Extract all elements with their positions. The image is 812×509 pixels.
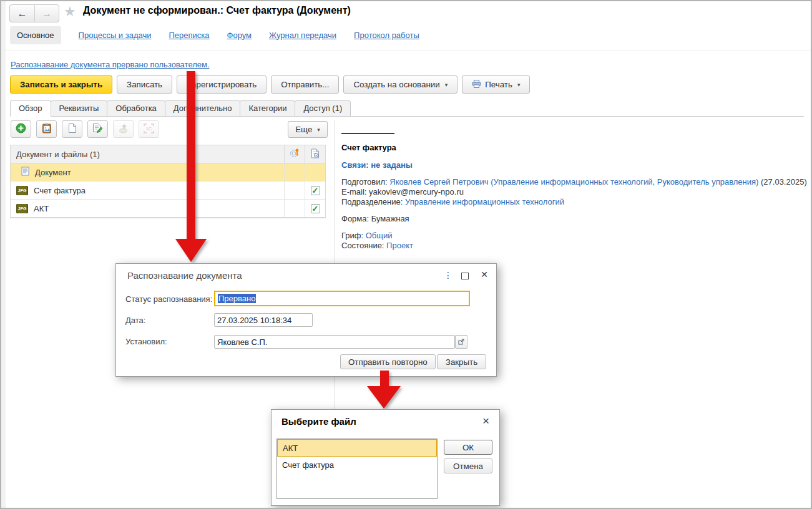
- resend-button[interactable]: Отправить повторно: [340, 354, 436, 369]
- dialog-title: Выберите файл: [281, 416, 356, 427]
- tab-requisites[interactable]: Реквизиты: [51, 100, 108, 117]
- ok-button[interactable]: ОК: [444, 440, 492, 455]
- nav-link-work-protocol[interactable]: Протокол работы: [354, 31, 419, 40]
- send-button[interactable]: Отправить...: [271, 75, 339, 94]
- prepared-label: Подготовил:: [341, 177, 388, 187]
- create-file-button[interactable]: [62, 120, 82, 138]
- app-window: ← → ★ Документ не сформирован.: Счет фак…: [0, 0, 812, 509]
- nav-link-processes[interactable]: Процессы и задачи: [79, 31, 152, 40]
- section-nav: Основное Процессы и задачи Переписка Фор…: [10, 25, 419, 45]
- save-and-close-button[interactable]: Записать и закрыть: [10, 75, 112, 94]
- tab-access[interactable]: Доступ (1): [295, 100, 351, 117]
- create-based-on-button[interactable]: Создать на основании ▾: [343, 75, 457, 94]
- table-row-invoice[interactable]: JPG Счет фактура ✓: [11, 182, 325, 200]
- file-select-dialog: Выберите файл × АКТ Счет фактура ОК Отме…: [271, 409, 500, 506]
- table-row-document[interactable]: Документ: [11, 163, 325, 182]
- chevron-down-icon: ▾: [517, 82, 521, 88]
- tab-main[interactable]: Основное: [10, 26, 61, 44]
- print-label: Печать: [485, 80, 512, 89]
- files-table: Документ и файлы (1) Документ JPG Счет ф…: [10, 145, 326, 218]
- paste-from-clipboard-button[interactable]: [36, 120, 57, 138]
- back-button[interactable]: ←: [10, 5, 34, 22]
- recognition-dialog: Распознавание документа ⋮ × Статус распо…: [115, 263, 497, 377]
- forward-icon: →: [42, 8, 52, 19]
- relations-link[interactable]: Связи: не заданы: [341, 160, 413, 170]
- tab-processing[interactable]: Обработка: [107, 100, 165, 117]
- tab-overview[interactable]: Обзор: [10, 100, 51, 117]
- edit-file-button[interactable]: [87, 120, 108, 138]
- recognized-checkbox[interactable]: ✓: [311, 186, 320, 195]
- date-input[interactable]: 27.03.2025 10:18:34: [214, 313, 313, 327]
- document-icon: [21, 167, 29, 178]
- grif-label: Гриф:: [341, 231, 363, 240]
- signature-column-header[interactable]: [284, 145, 305, 163]
- recognized-cell[interactable]: [305, 163, 325, 181]
- more-button[interactable]: Еще ▾: [288, 121, 328, 138]
- save-button[interactable]: Записать: [117, 75, 172, 94]
- dialog-menu-icon[interactable]: ⋮: [443, 270, 453, 280]
- blank-document-icon: [68, 123, 77, 135]
- files-table-header[interactable]: Документ и файлы (1): [11, 145, 325, 163]
- forward-button[interactable]: →: [34, 5, 59, 22]
- user-input[interactable]: Яковлев С.П.: [214, 335, 455, 349]
- more-label: Еще: [295, 125, 312, 134]
- prepared-date: (27.03.2025): [761, 177, 807, 187]
- recognize-frame-icon: 1C: [144, 124, 154, 135]
- arrow-head: [175, 239, 207, 262]
- prepared-line: Подготовил: Яковлев Сергей Петрович (Упр…: [341, 177, 807, 187]
- nav-link-forum[interactable]: Форум: [227, 31, 252, 40]
- print-button[interactable]: Печать ▾: [462, 75, 530, 94]
- grif-link[interactable]: Общий: [366, 231, 393, 240]
- close-button[interactable]: Закрыть: [437, 354, 486, 369]
- signature-key-icon: [290, 148, 300, 160]
- row-label: Счет фактура: [34, 186, 86, 195]
- favorite-star-icon[interactable]: ★: [64, 4, 76, 20]
- status-label: Статус распознавания:: [125, 294, 212, 304]
- status-input[interactable]: Прервано: [214, 291, 470, 306]
- window-edge: [1, 1, 6, 508]
- recognized-column-header[interactable]: [305, 145, 325, 163]
- recognition-notice-link[interactable]: Распознавание документа прервано пользов…: [11, 60, 210, 69]
- state-label: Состояние:: [341, 241, 384, 250]
- header-separator: [1, 51, 811, 51]
- open-user-button[interactable]: [455, 335, 467, 349]
- details-divider: [341, 133, 394, 134]
- table-row-akt[interactable]: JPG АКТ ✓: [11, 200, 325, 218]
- add-file-button[interactable]: [11, 120, 31, 138]
- files-toolbar: 1C: [11, 120, 159, 138]
- recognize-text-button[interactable]: 1C: [139, 120, 159, 138]
- clipboard-image-icon: [42, 123, 52, 135]
- signature-cell[interactable]: [284, 200, 305, 217]
- dialog-title: Распознавание документа: [127, 270, 242, 281]
- cancel-button[interactable]: Отмена: [444, 458, 492, 473]
- department-label: Подразделение:: [341, 197, 403, 206]
- nav-link-correspondence[interactable]: Переписка: [169, 31, 210, 40]
- close-icon[interactable]: ×: [479, 268, 489, 281]
- department-link[interactable]: Управление информационных технологий: [405, 197, 564, 206]
- scan-button[interactable]: [113, 120, 134, 138]
- scan-icon: [118, 124, 129, 135]
- prepared-by-link[interactable]: Яковлев Сергей Петрович (Управление инфо…: [389, 177, 758, 187]
- page-title: Документ не сформирован.: Счет фактура (…: [83, 5, 351, 16]
- close-icon[interactable]: ×: [482, 414, 489, 428]
- row-label: Документ: [35, 168, 71, 177]
- tab-categories[interactable]: Категории: [240, 100, 295, 117]
- printer-icon: [472, 80, 481, 90]
- edit-document-icon: [92, 123, 103, 135]
- row-label: АКТ: [34, 204, 49, 213]
- list-item-invoice[interactable]: Счет фактура: [277, 457, 437, 474]
- open-link-icon: [458, 337, 464, 347]
- signature-cell[interactable]: [284, 182, 305, 199]
- jpg-file-icon: JPG: [16, 204, 28, 213]
- signature-cell[interactable]: [284, 163, 305, 181]
- nav-link-transfer-log[interactable]: Журнал передачи: [269, 31, 336, 40]
- maximize-icon[interactable]: [461, 273, 469, 279]
- tab-additional[interactable]: Дополнительно: [165, 100, 241, 117]
- list-item-akt[interactable]: АКТ: [277, 439, 437, 457]
- recognized-cell[interactable]: ✓: [305, 182, 325, 199]
- recognized-cell[interactable]: ✓: [305, 200, 325, 217]
- chevron-down-icon: ▾: [317, 127, 320, 133]
- email-line: E-mail: yakovlev@mercury-npo.ru: [341, 187, 464, 196]
- recognized-checkbox[interactable]: ✓: [311, 204, 320, 213]
- state-link[interactable]: Проект: [386, 241, 413, 250]
